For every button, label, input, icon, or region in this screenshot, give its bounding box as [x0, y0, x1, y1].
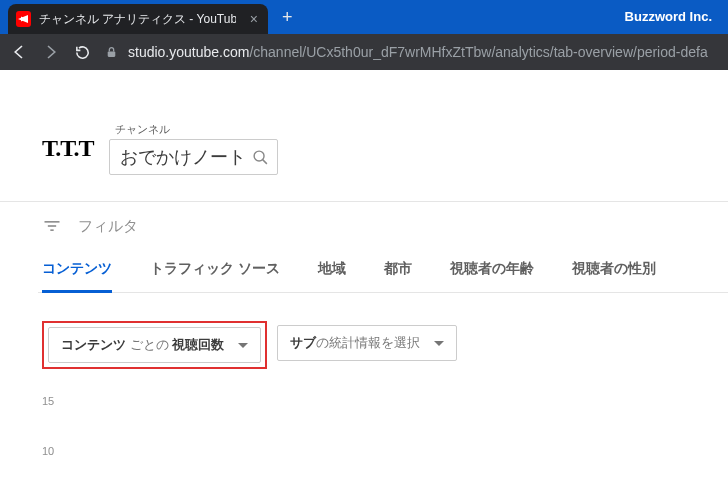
- metric-selectors: コンテンツ ごとの 視聴回数 サブの統計情報を選択: [42, 321, 728, 369]
- primary-metric-highlight: コンテンツ ごとの 視聴回数: [42, 321, 267, 369]
- tab-gender[interactable]: 視聴者の性別: [572, 250, 656, 292]
- tab-age[interactable]: 視聴者の年齢: [450, 250, 534, 292]
- y-tick: 10: [42, 445, 728, 495]
- window-owner: Buzzword Inc.: [625, 9, 728, 34]
- new-tab-button[interactable]: +: [282, 7, 293, 28]
- y-tick: 15: [42, 395, 728, 445]
- tab-region[interactable]: 地域: [318, 250, 346, 292]
- channel-name: おでかけノート: [120, 145, 246, 169]
- browser-tab[interactable]: チャンネル アナリティクス - YouTube S ×: [8, 4, 268, 34]
- url-path: /channel/UCx5th0ur_dF7wrMHfxZtTbw/analyt…: [249, 44, 707, 60]
- channel-search-field[interactable]: おでかけノート: [109, 139, 278, 175]
- channel-field-label: チャンネル: [115, 122, 278, 137]
- back-icon[interactable]: [10, 43, 28, 61]
- tab-traffic-source[interactable]: トラフィック ソース: [150, 250, 280, 292]
- forward-icon: [42, 43, 60, 61]
- tab-title: チャンネル アナリティクス - YouTube S: [39, 11, 236, 28]
- filter-label: フィルタ: [78, 217, 138, 236]
- page-content: T.T.T チャンネル おでかけノート フィルタ コンテンツ トラフィック ソー…: [0, 70, 728, 495]
- svg-line-2: [263, 159, 267, 163]
- reload-icon[interactable]: [74, 44, 91, 61]
- channel-logo: T.T.T: [42, 135, 93, 162]
- youtube-icon: [16, 11, 31, 27]
- svg-point-1: [255, 151, 265, 161]
- primary-metric-dropdown[interactable]: コンテンツ ごとの 視聴回数: [48, 327, 261, 363]
- chevron-down-icon: [434, 341, 444, 346]
- analytics-tabs: コンテンツ トラフィック ソース 地域 都市 視聴者の年齢 視聴者の性別: [38, 250, 728, 293]
- chevron-down-icon: [238, 343, 248, 348]
- lock-icon: [105, 45, 118, 59]
- close-icon[interactable]: ×: [250, 11, 258, 27]
- secondary-metric-dropdown[interactable]: サブの統計情報を選択: [277, 325, 457, 361]
- chart-y-axis: 15 10: [42, 395, 728, 495]
- search-icon[interactable]: [252, 149, 269, 166]
- tab-city[interactable]: 都市: [384, 250, 412, 292]
- svg-rect-0: [108, 51, 116, 56]
- browser-toolbar: studio.youtube.com /channel/UCx5th0ur_dF…: [0, 34, 728, 70]
- channel-header: T.T.T チャンネル おでかけノート: [42, 122, 728, 175]
- browser-titlebar: チャンネル アナリティクス - YouTube S × + Buzzword I…: [0, 0, 728, 34]
- url-host: studio.youtube.com: [128, 44, 249, 60]
- filter-icon: [42, 216, 62, 236]
- filter-bar[interactable]: フィルタ: [42, 202, 728, 250]
- address-bar[interactable]: studio.youtube.com /channel/UCx5th0ur_dF…: [105, 44, 708, 60]
- tab-content[interactable]: コンテンツ: [42, 250, 112, 293]
